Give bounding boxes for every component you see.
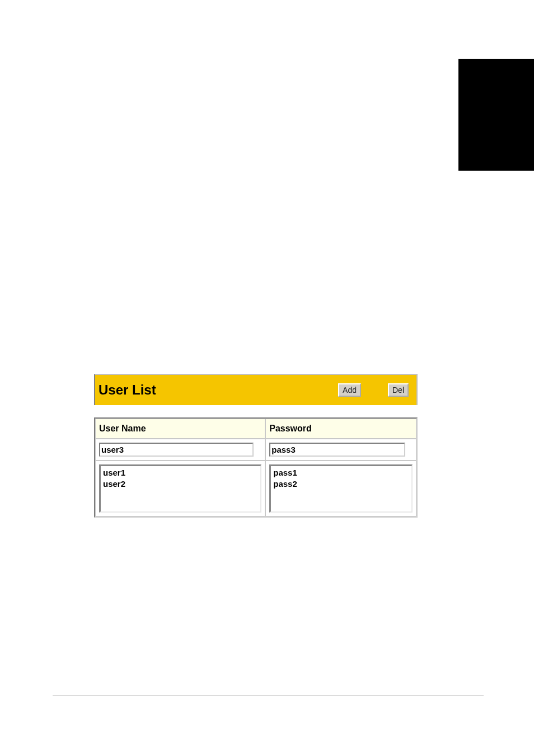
- password-input[interactable]: [269, 443, 405, 457]
- del-button[interactable]: Del: [388, 383, 409, 397]
- password-input-cell: [265, 439, 416, 461]
- username-list-cell: user1 user2: [95, 461, 265, 516]
- header-password: Password: [265, 419, 416, 439]
- list-item[interactable]: user1: [103, 467, 258, 478]
- password-list-cell: pass1 pass2: [265, 461, 416, 516]
- list-item[interactable]: pass1: [273, 467, 409, 478]
- list-item[interactable]: user2: [103, 478, 258, 490]
- table-header-row: User Name Password: [95, 419, 416, 439]
- panel-title: User List: [99, 382, 338, 398]
- header-username: User Name: [95, 419, 265, 439]
- add-button[interactable]: Add: [338, 383, 361, 397]
- username-input[interactable]: [99, 443, 254, 457]
- button-group: Add Del: [338, 383, 409, 397]
- user-table: User Name Password user1 user2 pass1 pas: [94, 417, 418, 518]
- list-row: user1 user2 pass1 pass2: [95, 461, 416, 516]
- title-bar: User List Add Del: [94, 374, 418, 405]
- divider-line: [53, 695, 484, 696]
- user-list-panel: User List Add Del User Name Password use…: [94, 374, 418, 518]
- password-listbox[interactable]: pass1 pass2: [269, 464, 413, 513]
- spacer: [94, 405, 418, 417]
- username-input-cell: [95, 439, 265, 461]
- username-listbox[interactable]: user1 user2: [99, 464, 261, 513]
- decorative-black-block: [458, 59, 534, 171]
- list-item[interactable]: pass2: [273, 478, 409, 490]
- input-row: [95, 439, 416, 461]
